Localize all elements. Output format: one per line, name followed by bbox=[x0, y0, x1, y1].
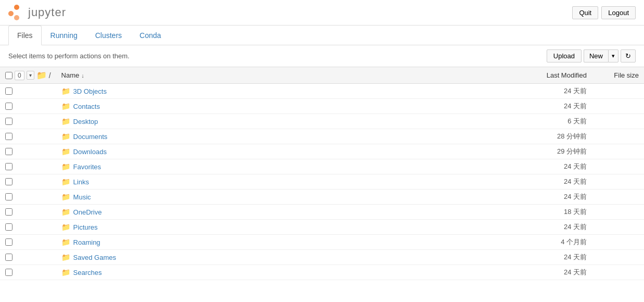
toolbar: Select items to perform actions on them.… bbox=[0, 45, 644, 67]
row-checkbox-cell bbox=[0, 174, 56, 190]
folder-link[interactable]: 📁 Links bbox=[61, 178, 493, 186]
breadcrumb-slash: / bbox=[49, 71, 51, 80]
row-checkbox[interactable] bbox=[5, 163, 12, 170]
row-name-cell: 📁 OneDrive bbox=[56, 205, 498, 220]
row-size-cell bbox=[592, 129, 644, 144]
refresh-button[interactable]: ↻ bbox=[621, 49, 636, 62]
row-name-cell: 📁 Downloads bbox=[56, 144, 498, 159]
folder-icon: 📁 bbox=[61, 253, 70, 261]
row-checkbox-cell bbox=[0, 250, 56, 265]
logo: jupyter bbox=[8, 4, 66, 21]
row-checkbox[interactable] bbox=[5, 133, 12, 140]
folder-icon: 📁 bbox=[61, 162, 70, 171]
row-modified-cell: 18 天前 bbox=[498, 205, 592, 220]
header-size[interactable]: File size bbox=[592, 67, 644, 84]
row-checkbox[interactable] bbox=[5, 103, 12, 110]
row-checkbox-cell bbox=[0, 220, 56, 235]
row-checkbox[interactable] bbox=[5, 148, 12, 155]
tab-conda[interactable]: Conda bbox=[131, 26, 170, 45]
jupyter-logo-icon bbox=[8, 4, 25, 21]
row-checkbox[interactable] bbox=[5, 269, 12, 276]
upload-button[interactable]: Upload bbox=[547, 49, 582, 62]
sort-arrow-icon: ↓ bbox=[81, 72, 84, 79]
row-checkbox[interactable] bbox=[5, 208, 12, 216]
selected-count: 0 bbox=[15, 71, 24, 80]
folder-link[interactable]: 📁 3D Objects bbox=[61, 87, 493, 95]
tab-clusters[interactable]: Clusters bbox=[86, 26, 131, 45]
folder-icon: 📁 bbox=[61, 102, 70, 110]
folder-name: Links bbox=[73, 178, 89, 186]
folder-link[interactable]: 📁 OneDrive bbox=[61, 208, 493, 216]
row-checkbox[interactable] bbox=[5, 238, 12, 246]
logout-button[interactable]: Logout bbox=[601, 6, 636, 19]
folder-icon: 📁 bbox=[61, 178, 70, 186]
row-modified-cell: 4 个月前 bbox=[498, 235, 592, 250]
row-modified-cell: 24 天前 bbox=[498, 159, 592, 174]
select-all-checkbox[interactable] bbox=[5, 72, 12, 79]
new-button[interactable]: New bbox=[584, 49, 608, 62]
tab-files[interactable]: Files bbox=[8, 26, 42, 45]
folder-name: Contacts bbox=[73, 103, 100, 110]
row-size-cell bbox=[592, 114, 644, 129]
row-size-cell bbox=[592, 174, 644, 190]
folder-link[interactable]: 📁 Documents bbox=[61, 132, 493, 141]
row-name-cell: 📁 Desktop bbox=[56, 114, 498, 129]
header: jupyter Quit Logout bbox=[0, 0, 644, 26]
row-name-cell: 📁 Pictures bbox=[56, 220, 498, 235]
header-modified[interactable]: Last Modified bbox=[498, 67, 592, 84]
table-row: 📁 Desktop 6 天前 bbox=[0, 114, 644, 129]
folder-link[interactable]: 📁 Searches bbox=[61, 268, 493, 276]
folder-icon: 📁 bbox=[61, 87, 70, 95]
folder-link[interactable]: 📁 Roaming bbox=[61, 238, 493, 246]
folder-link[interactable]: 📁 Music bbox=[61, 193, 493, 201]
header-name[interactable]: Name ↓ bbox=[56, 67, 498, 84]
row-checkbox[interactable] bbox=[5, 118, 12, 125]
file-table: 0 ▾ 📁 / Name ↓ Last Modified File size bbox=[0, 67, 644, 280]
row-checkbox[interactable] bbox=[5, 87, 12, 95]
row-name-cell: 📁 Contacts bbox=[56, 99, 498, 114]
row-name-cell: 📁 Music bbox=[56, 190, 498, 205]
folder-icon: 📁 bbox=[61, 193, 70, 201]
row-checkbox[interactable] bbox=[5, 223, 12, 231]
folder-icon: 📁 bbox=[61, 208, 70, 216]
breadcrumb-folder-icon: 📁 bbox=[36, 70, 47, 80]
folder-name: Pictures bbox=[73, 223, 98, 231]
folder-link[interactable]: 📁 Desktop bbox=[61, 117, 493, 125]
tab-running[interactable]: Running bbox=[42, 26, 86, 45]
folder-icon: 📁 bbox=[61, 223, 70, 231]
row-checkbox-cell bbox=[0, 84, 56, 99]
row-size-cell bbox=[592, 250, 644, 265]
table-header-row: 0 ▾ 📁 / Name ↓ Last Modified File size bbox=[0, 67, 644, 84]
row-checkbox-cell bbox=[0, 205, 56, 220]
row-name-cell: 📁 Documents bbox=[56, 129, 498, 144]
folder-name: Downloads bbox=[73, 148, 107, 156]
row-modified-cell: 24 天前 bbox=[498, 190, 592, 205]
folder-link[interactable]: 📁 Saved Games bbox=[61, 253, 493, 261]
table-row: 📁 Music 24 天前 bbox=[0, 190, 644, 205]
row-name-cell: 📁 Links bbox=[56, 174, 498, 190]
table-row: 📁 Links 24 天前 bbox=[0, 174, 644, 190]
folder-name: Desktop bbox=[73, 118, 98, 125]
toolbar-actions: Upload New ▾ ↻ bbox=[547, 49, 636, 62]
folder-link[interactable]: 📁 Favorites bbox=[61, 162, 493, 171]
row-checkbox-cell bbox=[0, 114, 56, 129]
row-size-cell bbox=[592, 99, 644, 114]
quit-button[interactable]: Quit bbox=[572, 6, 598, 19]
row-name-cell: 📁 Saved Games bbox=[56, 250, 498, 265]
table-row: 📁 Contacts 24 天前 bbox=[0, 99, 644, 114]
row-checkbox-cell bbox=[0, 265, 56, 280]
folder-link[interactable]: 📁 Pictures bbox=[61, 223, 493, 231]
row-name-cell: 📁 Searches bbox=[56, 265, 498, 280]
new-dropdown-button[interactable]: ▾ bbox=[608, 49, 618, 62]
folder-link[interactable]: 📁 Downloads bbox=[61, 147, 493, 156]
row-checkbox[interactable] bbox=[5, 193, 12, 200]
row-checkbox[interactable] bbox=[5, 178, 12, 185]
folder-name: Searches bbox=[73, 269, 102, 276]
folder-link[interactable]: 📁 Contacts bbox=[61, 102, 493, 110]
row-modified-cell: 24 天前 bbox=[498, 84, 592, 99]
row-checkbox[interactable] bbox=[5, 254, 12, 261]
folder-icon: 📁 bbox=[61, 238, 70, 246]
row-modified-cell: 24 天前 bbox=[498, 99, 592, 114]
checkbox-dropdown-arrow[interactable]: ▾ bbox=[27, 71, 34, 80]
row-size-cell bbox=[592, 220, 644, 235]
